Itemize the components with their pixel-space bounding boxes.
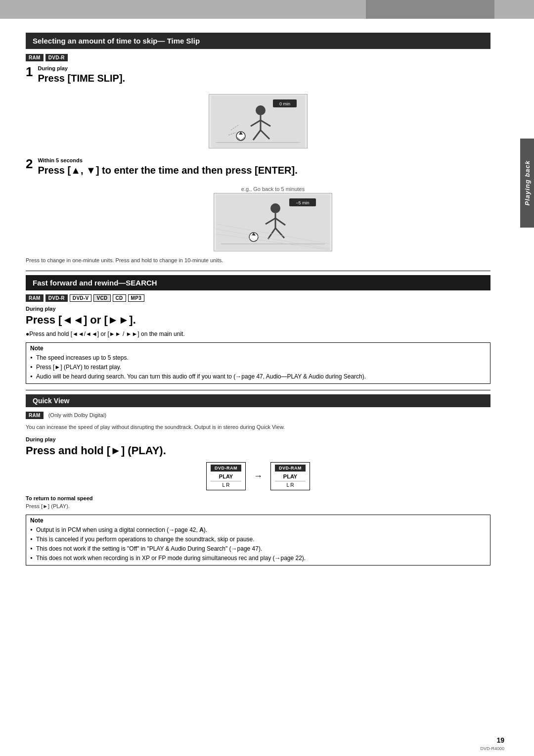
badge-dvdr: DVD-R bbox=[45, 54, 68, 61]
note-item-1-1: Press [►] (PLAY) to restart play. bbox=[30, 363, 486, 372]
divider1 bbox=[26, 271, 490, 271]
page-number: 19 bbox=[496, 736, 504, 744]
dvd-box1-label: PLAY bbox=[211, 473, 241, 479]
image2-placeholder: −5 min bbox=[214, 193, 332, 251]
badge2-dvdv: DVD-V bbox=[70, 294, 92, 302]
step1-number: 1 bbox=[26, 65, 33, 78]
section2-badges: RAM DVD-R DVD-V VCD CD MP3 bbox=[26, 294, 490, 302]
press-note: Press to change in one-minute units. Pre… bbox=[26, 256, 490, 265]
eg-label: e.g., Go back to 5 minutes bbox=[241, 186, 305, 192]
step2-block: 2 Within 5 seconds Press [▲, ▼] to enter… bbox=[26, 157, 490, 179]
note-box-2-header: Note bbox=[30, 517, 486, 524]
section3-title: Quick View bbox=[26, 394, 490, 407]
image1-placeholder: 0 min bbox=[209, 94, 308, 148]
step2-main-text: Press [▲, ▼] to enter the time and then … bbox=[26, 164, 490, 176]
return-label: To return to normal speed bbox=[26, 495, 490, 501]
divider2 bbox=[26, 390, 490, 390]
section2-title: Fast forward and rewind—SEARCH bbox=[26, 275, 490, 290]
dvd-box1-header: DVD-RAM bbox=[211, 465, 241, 472]
dvd-box2-sub: L R bbox=[275, 481, 306, 488]
note-box-2: Note Output is in PCM when using a digit… bbox=[26, 515, 490, 566]
during-play-label2: During play bbox=[26, 306, 490, 312]
dvd-diagram: DVD-RAM PLAY L R → DVD-RAM PLAY L R bbox=[26, 462, 490, 490]
svg-point-2 bbox=[256, 105, 266, 115]
note-box-1: Note The speed increases up to 5 steps. … bbox=[26, 342, 490, 384]
section3-badge-row: RAM (Only with Dolby Digital) bbox=[26, 411, 490, 420]
dvd-box2: DVD-RAM PLAY L R bbox=[270, 462, 310, 490]
section-quickview: Quick View RAM (Only with Dolby Digital)… bbox=[26, 394, 490, 566]
dvd-box2-label: PLAY bbox=[275, 473, 306, 479]
badge2-ram: RAM bbox=[26, 294, 44, 302]
section2-press-text: Press [◄◄] or [►►]. bbox=[26, 314, 490, 327]
svg-text:−5 min: −5 min bbox=[296, 200, 309, 205]
badge2-vcd: VCD bbox=[93, 294, 110, 302]
return-text: Press [►] (PLAY). bbox=[26, 502, 490, 511]
sidebar-label: Playing back bbox=[524, 160, 531, 205]
arrow-icon: → bbox=[254, 471, 263, 481]
step1-block: 1 During play Press [TIME SLIP]. bbox=[26, 65, 490, 87]
svg-text:0 min: 0 min bbox=[279, 101, 290, 106]
section1-title: Selecting an amount of time to skip— Tim… bbox=[26, 33, 490, 49]
note-item-2-2: This does not work if the setting is "Of… bbox=[30, 544, 486, 553]
section-timeslip: Selecting an amount of time to skip— Tim… bbox=[26, 33, 490, 265]
badge3-note: (Only with Dolby Digital) bbox=[48, 411, 106, 420]
section3-press-text: Press and hold [►] (PLAY). bbox=[26, 444, 490, 457]
note-item-2-1: This is canceled if you perform operatio… bbox=[30, 535, 486, 544]
section3-desc: You can increase the speed of play witho… bbox=[26, 423, 490, 431]
page-wrapper: Playing back Selecting an amount of time… bbox=[0, 0, 534, 756]
section1-badges: RAM DVD-R bbox=[26, 54, 490, 61]
soccer-svg-2: −5 min bbox=[216, 194, 330, 250]
note-box-1-header: Note bbox=[30, 345, 486, 352]
step1-main-text: Press [TIME SLIP]. bbox=[26, 72, 490, 84]
note-item-1-2: Audio will be heard during search. You c… bbox=[30, 372, 486, 381]
dvd-box1: DVD-RAM PLAY L R bbox=[206, 462, 246, 490]
top-bar bbox=[0, 0, 534, 19]
badge2-mp3: MP3 bbox=[128, 294, 144, 302]
note-list-1: The speed increases up to 5 steps. Press… bbox=[30, 353, 486, 381]
badge2-cd: CD bbox=[113, 294, 126, 302]
dvd-box1-sub: L R bbox=[211, 481, 241, 488]
badge-ram: RAM bbox=[26, 54, 44, 61]
note-item-2-3: This does not work when recording is in … bbox=[30, 554, 486, 563]
step2-label: Within 5 seconds bbox=[26, 157, 490, 163]
badge3-ram: RAM bbox=[26, 412, 44, 419]
top-bar-inner bbox=[366, 0, 494, 19]
section2-press-sub: ●Press and hold [◄◄/◄◄] or [►► / ►►] on … bbox=[26, 330, 490, 338]
step1-label: During play bbox=[26, 65, 490, 71]
return-block: To return to normal speed Press [►] (PLA… bbox=[26, 495, 490, 511]
dvd-box2-header: DVD-RAM bbox=[275, 465, 306, 472]
model-number: DVD-R4000 bbox=[480, 746, 504, 751]
section-search: Fast forward and rewind—SEARCH RAM DVD-R… bbox=[26, 275, 490, 384]
step2-number: 2 bbox=[26, 157, 33, 170]
note-item-1-0: The speed increases up to 5 steps. bbox=[30, 353, 486, 362]
svg-point-15 bbox=[270, 203, 280, 213]
soccer-svg-1: 0 min bbox=[211, 95, 305, 147]
sidebar-tab: Playing back bbox=[520, 139, 534, 228]
during-play-label3: During play bbox=[26, 436, 490, 442]
main-content: Selecting an amount of time to skip— Tim… bbox=[0, 19, 520, 586]
note-item-2-0: Output is in PCM when using a digital co… bbox=[30, 525, 486, 534]
image1-wrapper: 0 min bbox=[26, 94, 490, 148]
image2-wrapper: e.g., Go back to 5 minutes bbox=[55, 186, 490, 251]
note-list-2: Output is in PCM when using a digital co… bbox=[30, 525, 486, 563]
badge2-dvdr: DVD-R bbox=[45, 294, 68, 302]
